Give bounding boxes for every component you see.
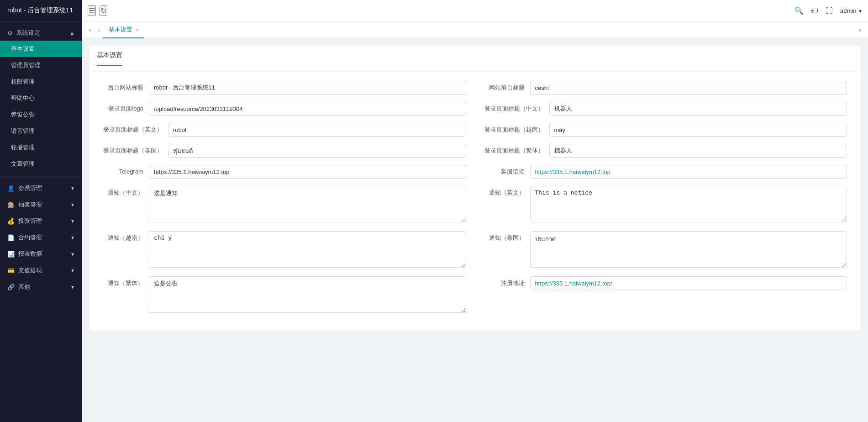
group-label-report-data: 报表数据: [18, 250, 42, 258]
sidebar-item-permission-management[interactable]: 权限管理: [0, 74, 82, 90]
sidebar-group-header-member-management[interactable]: 👤 会员管理 ▼: [0, 180, 82, 196]
topbar-right: 🔍 🏷 ⛶ admin ▼: [794, 6, 863, 15]
group-label-recharge-withdraw: 充值提现: [18, 266, 42, 274]
form-field-notice-cn: 通知（中文）: [103, 186, 466, 224]
login-vn-label: 登录页面标题（越南）: [484, 123, 549, 134]
customer-service-label: 客服链接: [484, 165, 530, 176]
gear-icon: ⚙: [7, 30, 13, 37]
frontend-title-label: 网站前台标题: [484, 81, 530, 92]
notice-th-input-wrapper: [530, 231, 847, 269]
login-vn-input[interactable]: [549, 123, 847, 137]
notice-cn-textarea[interactable]: [149, 186, 466, 222]
tab-close-button[interactable]: ×: [136, 27, 139, 32]
chevron-icon-investment-management: ▼: [70, 219, 75, 224]
frontend-title-input[interactable]: [530, 81, 847, 95]
sidebar-group-header-recharge-withdraw[interactable]: 💳 充值提现 ▼: [0, 262, 82, 279]
login-logo-label: 登录页面logo: [103, 102, 149, 113]
topbar-left: ☰ ↻: [88, 5, 791, 16]
chevron-icon-other: ▼: [70, 285, 75, 290]
form-row-telegram: Telegram 客服链接: [103, 165, 847, 179]
fullscreen-icon[interactable]: ⛶: [826, 7, 833, 15]
telegram-label: Telegram: [103, 165, 149, 176]
login-cn-label: 登录页面标题（中文）: [484, 102, 549, 113]
content-area: 基本设置 后台网站标题 网站前台标题: [82, 38, 868, 422]
sidebar-group-header-investment-management[interactable]: 💰 投资管理 ▼: [0, 213, 82, 229]
notice-tw-label: 通知（繁体）: [103, 276, 149, 287]
login-tw-input[interactable]: [549, 144, 847, 158]
sidebar-item-admin-management[interactable]: 管理员管理: [0, 57, 82, 74]
notice-vn-input-wrapper: [149, 231, 466, 269]
tab-home-button[interactable]: ⌂: [95, 27, 103, 33]
login-th-input[interactable]: [168, 144, 466, 158]
group-icon-recharge-withdraw: 💳: [7, 267, 15, 274]
form-field-notice-th: 通知（泰国）: [484, 231, 847, 269]
sidebar-groups: 👤 会员管理 ▼ 🎰 抽奖管理 ▼ 💰 投资管理 ▼: [0, 180, 82, 295]
notice-tw-textarea[interactable]: [149, 276, 466, 313]
form-field-register-url: 注册地址: [484, 276, 847, 290]
chevron-icon-contract-management: ▼: [70, 235, 75, 240]
sidebar-group-recharge-withdraw: 💳 充值提现 ▼: [0, 262, 82, 279]
tag-icon[interactable]: 🏷: [811, 7, 818, 15]
page-card: 基本设置 后台网站标题 网站前台标题: [89, 46, 861, 331]
menu-toggle-button[interactable]: ☰: [88, 5, 96, 16]
login-en-input[interactable]: [168, 123, 466, 137]
register-url-input-wrapper: [530, 276, 847, 290]
login-vn-input-wrapper: [549, 123, 847, 137]
login-cn-input-wrapper: [549, 102, 847, 116]
admin-label[interactable]: admin ▼: [840, 7, 863, 14]
sidebar-group-header-lottery-management[interactable]: 🎰 抽奖管理 ▼: [0, 196, 82, 213]
search-icon[interactable]: 🔍: [794, 6, 804, 15]
form-field-telegram: Telegram: [103, 165, 466, 179]
sidebar-group-header-report-data[interactable]: 📊 报表数据 ▼: [0, 246, 82, 262]
notice-cn-label: 通知（中文）: [103, 186, 149, 197]
login-logo-input-wrapper: [149, 102, 466, 116]
refresh-button[interactable]: ↻: [100, 5, 107, 16]
chevron-icon-lottery-management: ▼: [70, 202, 75, 207]
telegram-input[interactable]: [149, 165, 466, 179]
form-field-notice-vn: 通知（越南）: [103, 231, 466, 269]
register-url-label: 注册地址: [484, 276, 530, 287]
chevron-icon-recharge-withdraw: ▼: [70, 268, 75, 273]
collapse-icon: ▲: [69, 30, 75, 37]
backend-title-input[interactable]: [149, 81, 466, 95]
sidebar-item-article-management[interactable]: 文章管理: [0, 156, 82, 172]
register-url-input[interactable]: [530, 276, 847, 290]
form-field-login-vn: 登录页面标题（越南）: [484, 123, 847, 137]
sidebar-group-header-contract-management[interactable]: 📄 合约管理 ▼: [0, 229, 82, 246]
sidebar-group-header-other[interactable]: 🔗 其他 ▼: [0, 279, 82, 295]
form-row-th-tw: 登录页面标题（泰国） 登录页面标题（繁体）: [103, 144, 847, 158]
login-th-input-wrapper: [168, 144, 466, 158]
sidebar-item-basic-settings[interactable]: 基本设置: [0, 41, 82, 57]
system-settings-label: 系统设定: [16, 29, 40, 37]
form-field-customer-service: 客服链接: [484, 165, 847, 179]
notice-tw-input-wrapper: [149, 276, 466, 314]
notice-en-textarea[interactable]: [530, 186, 847, 222]
notice-en-label: 通知（英文）: [484, 186, 530, 197]
tab-next-button[interactable]: »: [856, 27, 864, 33]
tab-prev-button[interactable]: «: [86, 27, 95, 33]
tab-basic-settings[interactable]: 基本设置 ×: [103, 22, 144, 38]
login-logo-input[interactable]: [149, 102, 466, 116]
sidebar-item-language-management[interactable]: 语言管理: [0, 123, 82, 139]
sidebar-item-popup-announcement[interactable]: 弹窗公告: [0, 106, 82, 123]
notice-vn-textarea[interactable]: [149, 231, 466, 268]
customer-service-input[interactable]: [530, 165, 847, 179]
sidebar-item-help-center[interactable]: 帮助中心: [0, 90, 82, 106]
sidebar-group-member-management: 👤 会员管理 ▼: [0, 180, 82, 196]
form-field-login-cn: 登录页面标题（中文）: [484, 102, 847, 116]
sidebar-item-carousel-management[interactable]: 轮播管理: [0, 139, 82, 156]
notice-vn-label: 通知（越南）: [103, 231, 149, 242]
tab-bar: « ⌂ 基本设置 × »: [82, 22, 868, 38]
system-settings-header[interactable]: ⚙ 系统设定 ▲: [0, 25, 82, 41]
form-row-notice-vn-th: 通知（越南） 通知（泰国）: [103, 231, 847, 269]
frontend-title-input-wrapper: [530, 81, 847, 95]
notice-th-label: 通知（泰国）: [484, 231, 530, 242]
page-title-bar: 基本设置: [89, 46, 861, 72]
app-title: robot - 后台管理系统11: [0, 0, 82, 21]
chevron-icon-member-management: ▼: [70, 186, 75, 191]
group-label-lottery-management: 抽奖管理: [18, 200, 42, 209]
form-field-login-tw: 登录页面标题（繁体）: [484, 144, 847, 158]
sidebar-group-lottery-management: 🎰 抽奖管理 ▼: [0, 196, 82, 213]
notice-th-textarea[interactable]: [530, 231, 847, 268]
login-cn-input[interactable]: [549, 102, 847, 116]
